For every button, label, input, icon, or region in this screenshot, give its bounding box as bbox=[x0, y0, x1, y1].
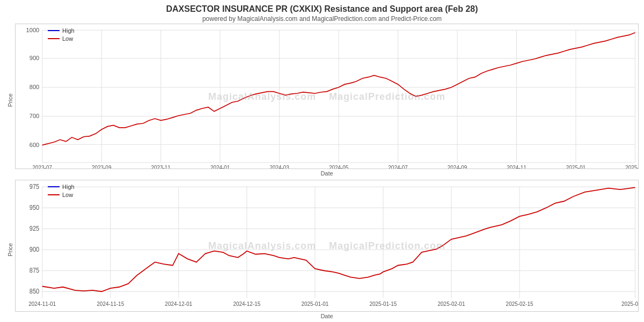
chart1-y-label: Price bbox=[5, 24, 15, 177]
chart1-legend-low: Low bbox=[48, 35, 75, 42]
svg-text:2023-09: 2023-09 bbox=[92, 165, 112, 169]
chart1-high-line-legend bbox=[48, 30, 60, 31]
svg-text:800: 800 bbox=[30, 84, 39, 90]
chart2-low-label: Low bbox=[62, 192, 73, 198]
svg-text:2023-11: 2023-11 bbox=[151, 165, 171, 169]
svg-text:600: 600 bbox=[30, 142, 39, 148]
chart1-low-line-legend bbox=[48, 38, 60, 39]
chart2-low-line-legend bbox=[48, 194, 60, 195]
svg-text:2024-07: 2024-07 bbox=[388, 165, 408, 169]
svg-text:850: 850 bbox=[30, 288, 40, 295]
chart2-svg: 975 950 925 900 875 850 2024-11-01 2024-… bbox=[16, 180, 638, 311]
svg-text:875: 875 bbox=[30, 267, 39, 274]
svg-text:2025-01: 2025-01 bbox=[566, 165, 586, 169]
svg-text:2024-11: 2024-11 bbox=[507, 165, 526, 169]
chart1-legend-high: High bbox=[48, 27, 75, 34]
svg-text:2024-03: 2024-03 bbox=[269, 165, 289, 169]
svg-text:2025-02-15: 2025-02-15 bbox=[506, 301, 533, 308]
svg-text:2024-12-01: 2024-12-01 bbox=[165, 301, 192, 308]
chart2-y-label: Price bbox=[5, 180, 15, 319]
svg-text:2024-01: 2024-01 bbox=[210, 165, 230, 169]
charts-container: Price High Low Magic bbox=[0, 24, 644, 322]
chart-title: DAXSECTOR INSURANCE PR (CXKIX) Resistanc… bbox=[0, 4, 644, 14]
chart1-high-label: High bbox=[62, 27, 75, 34]
svg-text:2025-03: 2025-03 bbox=[625, 165, 638, 169]
svg-text:2025-01-15: 2025-01-15 bbox=[370, 301, 397, 308]
svg-text:975: 975 bbox=[30, 182, 39, 190]
chart1-x-label: Date bbox=[15, 170, 639, 177]
svg-text:2024-12-15: 2024-12-15 bbox=[233, 301, 260, 308]
svg-text:2024-09: 2024-09 bbox=[448, 165, 467, 169]
svg-text:2025-03-01: 2025-03-01 bbox=[621, 301, 638, 308]
chart2-x-label: Date bbox=[15, 313, 639, 319]
svg-text:2023-07: 2023-07 bbox=[33, 165, 53, 169]
svg-text:1000: 1000 bbox=[26, 27, 40, 33]
main-container: DAXSECTOR INSURANCE PR (CXKIX) Resistanc… bbox=[0, 0, 644, 322]
svg-text:2024-11-15: 2024-11-15 bbox=[97, 301, 124, 308]
chart1-low-label: Low bbox=[62, 35, 73, 42]
chart2-wrapper: Price High Low Magic bbox=[5, 180, 639, 319]
chart2-legend-high: High bbox=[48, 184, 75, 190]
chart1-area: High Low MagicalAnalysis.com MagicalPred… bbox=[15, 24, 639, 169]
svg-text:2025-02-01: 2025-02-01 bbox=[438, 301, 465, 308]
svg-text:700: 700 bbox=[30, 113, 39, 119]
svg-text:2024-05: 2024-05 bbox=[329, 165, 349, 169]
svg-text:2025-01-01: 2025-01-01 bbox=[301, 301, 328, 308]
chart1-legend: High Low bbox=[48, 27, 75, 42]
chart-subtitle: powered by MagicalAnalysis.com and Magic… bbox=[0, 15, 644, 23]
chart2-high-line-legend bbox=[48, 186, 60, 187]
svg-text:925: 925 bbox=[30, 224, 39, 232]
svg-text:900: 900 bbox=[30, 246, 40, 253]
chart1-wrapper: Price High Low Magic bbox=[5, 24, 639, 177]
chart2-legend-low: Low bbox=[48, 192, 75, 198]
chart-header: DAXSECTOR INSURANCE PR (CXKIX) Resistanc… bbox=[0, 0, 644, 24]
svg-text:2024-11-01: 2024-11-01 bbox=[28, 301, 56, 308]
chart2-high-label: High bbox=[62, 184, 75, 190]
chart2-area: High Low MagicalAnalysis.com MagicalPred… bbox=[15, 180, 639, 312]
chart2-legend: High Low bbox=[48, 184, 75, 198]
chart1-svg: 1000 900 800 700 600 2023-07 2023-09 202… bbox=[16, 24, 638, 169]
svg-text:950: 950 bbox=[30, 203, 40, 211]
svg-text:900: 900 bbox=[30, 55, 39, 61]
